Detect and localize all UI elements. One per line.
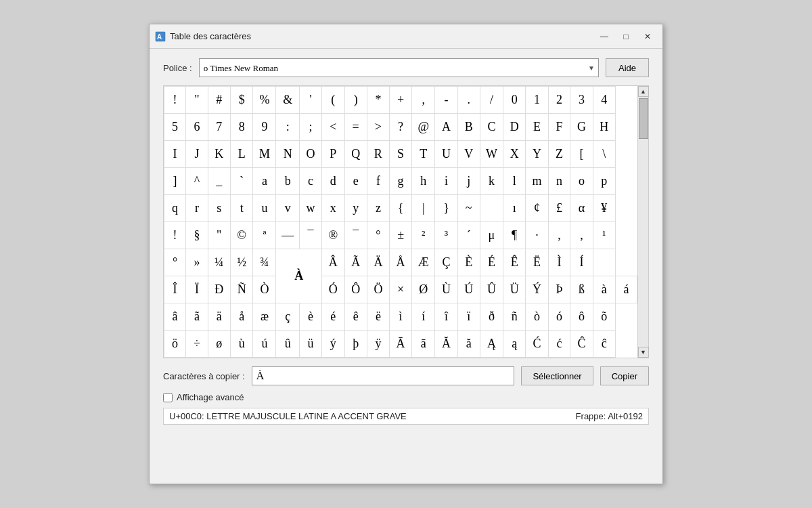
char-cell[interactable]: P (322, 141, 344, 168)
char-cell[interactable]: É (480, 249, 503, 276)
char-cell[interactable]: ï (457, 303, 480, 331)
char-cell[interactable]: ½ (230, 249, 252, 276)
char-cell[interactable]: F (548, 114, 570, 141)
char-cell[interactable]: X (503, 141, 526, 168)
char-cell[interactable]: ü (299, 331, 321, 358)
char-cell[interactable]: Ò (253, 276, 276, 303)
char-cell[interactable]: Ý (526, 276, 548, 303)
char-cell[interactable]: § (186, 222, 208, 249)
char-cell[interactable]: £ (548, 195, 570, 222)
char-cell[interactable]: Ç (435, 249, 457, 276)
char-cell[interactable]: + (389, 87, 411, 114)
maximize-button[interactable]: □ (616, 29, 635, 44)
char-cell[interactable]: μ (480, 222, 503, 249)
char-cell[interactable]: r (186, 195, 208, 222)
char-cell[interactable]: q (164, 195, 186, 222)
char-cell[interactable]: ² (412, 222, 435, 249)
char-cell[interactable]: ð (480, 303, 503, 331)
char-cell[interactable]: ā (412, 331, 435, 358)
char-cell[interactable]: æ (253, 303, 276, 331)
char-cell[interactable]: ® (322, 222, 344, 249)
char-cell[interactable]: c (299, 168, 321, 195)
char-cell[interactable]: Ï (186, 276, 208, 303)
char-cell[interactable]: W (480, 141, 503, 168)
char-cell[interactable]: | (412, 195, 435, 222)
char-cell[interactable]: L (230, 141, 252, 168)
char-cell[interactable]: È (457, 249, 480, 276)
char-cell[interactable]: C (480, 114, 503, 141)
char-cell[interactable]: 3 (570, 87, 593, 114)
char-cell[interactable]: s (208, 195, 230, 222)
char-cell[interactable]: t (230, 195, 252, 222)
char-cell[interactable]: û (276, 331, 300, 358)
char-cell[interactable]: Ë (526, 249, 548, 276)
char-cell[interactable]: o (570, 168, 593, 195)
char-cell[interactable]: , (412, 87, 435, 114)
char-cell[interactable]: 2 (548, 87, 570, 114)
char-cell[interactable]: T (412, 141, 435, 168)
char-cell[interactable]: ô (570, 303, 593, 331)
char-cell[interactable]: f (367, 168, 389, 195)
char-cell[interactable]: » (186, 249, 208, 276)
char-cell[interactable]: î (435, 303, 457, 331)
char-cell[interactable]: Ô (344, 276, 367, 303)
char-cell[interactable]: Â (322, 249, 344, 276)
char-cell[interactable]: \ (593, 141, 615, 168)
char-cell[interactable]: Í (570, 249, 593, 276)
char-cell[interactable]: 8 (230, 114, 252, 141)
char-cell[interactable]: ã (186, 303, 208, 331)
aide-button[interactable]: Aide (606, 58, 649, 77)
char-cell[interactable]: 5 (164, 114, 186, 141)
char-cell[interactable]: Ð (208, 276, 230, 303)
char-cell[interactable]: ! (164, 87, 186, 114)
char-cell[interactable]: α (570, 195, 593, 222)
char-cell[interactable]: p (593, 168, 615, 195)
char-cell[interactable]: ¾ (253, 249, 276, 276)
char-cell[interactable]: / (480, 87, 503, 114)
char-cell[interactable]: õ (593, 303, 615, 331)
char-cell[interactable]: Ì (548, 249, 570, 276)
select-button[interactable]: Sélectionner (521, 366, 593, 385)
char-cell[interactable]: á (615, 276, 637, 303)
char-cell[interactable]: [ (570, 141, 593, 168)
char-cell[interactable]: © (230, 222, 252, 249)
char-cell[interactable]: ć (548, 331, 570, 358)
char-cell[interactable]: M (253, 141, 276, 168)
char-cell[interactable]: ú (253, 331, 276, 358)
char-cell[interactable]: J (186, 141, 208, 168)
char-cell[interactable]: 6 (186, 114, 208, 141)
char-cell[interactable]: E (526, 114, 548, 141)
char-cell[interactable]: Ĉ (570, 331, 593, 358)
char-cell[interactable]: " (186, 87, 208, 114)
char-cell[interactable] (593, 249, 615, 276)
char-cell[interactable]: x (322, 195, 344, 222)
char-cell[interactable]: H (593, 114, 615, 141)
char-cell[interactable]: ù (230, 331, 252, 358)
char-cell[interactable]: ą (503, 331, 526, 358)
char-cell[interactable]: ± (389, 222, 411, 249)
char-cell[interactable]: % (253, 87, 276, 114)
char-cell[interactable]: : (276, 114, 300, 141)
char-cell[interactable]: k (480, 168, 503, 195)
char-cell[interactable]: Ā (389, 331, 411, 358)
char-cell[interactable]: Q (344, 141, 367, 168)
char-cell[interactable]: ă (457, 331, 480, 358)
char-cell[interactable]: $ (230, 87, 252, 114)
char-cell[interactable]: Ä (367, 249, 389, 276)
char-cell[interactable]: ¢ (526, 195, 548, 222)
char-cell[interactable]: n (548, 168, 570, 195)
char-cell[interactable]: d (322, 168, 344, 195)
char-cell[interactable]: } (435, 195, 457, 222)
char-cell[interactable]: Î (164, 276, 186, 303)
char-cell[interactable]: ¯ (344, 222, 367, 249)
char-cell[interactable]: ¹ (593, 222, 615, 249)
char-cell[interactable]: ĉ (593, 331, 615, 358)
char-cell[interactable]: ` (230, 168, 252, 195)
copy-input[interactable] (252, 366, 515, 385)
char-cell[interactable]: m (526, 168, 548, 195)
char-cell[interactable]: & (276, 87, 300, 114)
char-cell[interactable]: # (208, 87, 230, 114)
char-cell[interactable]: ö (164, 331, 186, 358)
copy-button[interactable]: Copier (600, 366, 649, 385)
char-cell[interactable]: , (548, 222, 570, 249)
